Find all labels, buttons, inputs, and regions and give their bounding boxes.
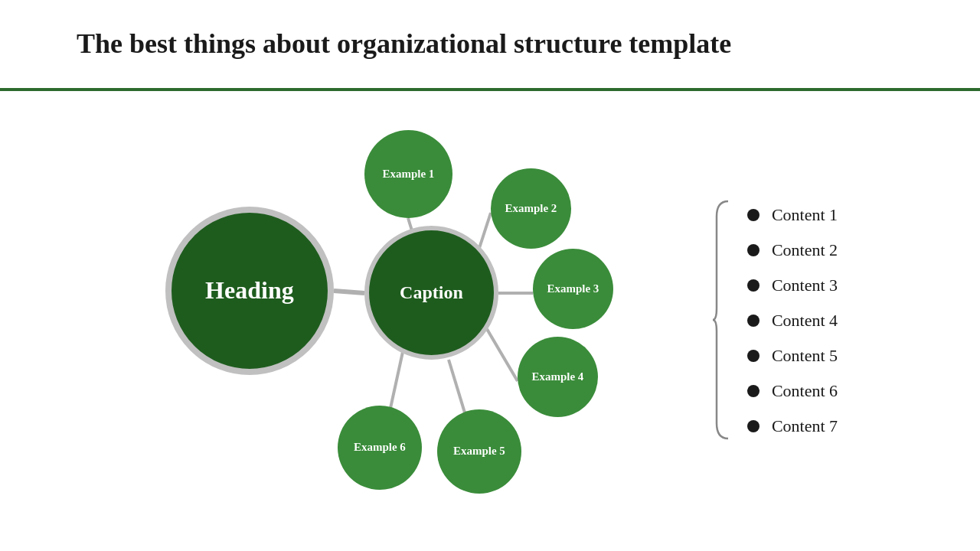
bullet-3 [747, 279, 760, 292]
list-item: Content 5 [747, 338, 838, 373]
example-4-label: Example 4 [531, 370, 583, 383]
example-1-circle: Example 1 [364, 130, 452, 218]
example-3-circle: Example 3 [533, 249, 613, 329]
example-5-circle: Example 5 [437, 409, 521, 494]
list-item: Content 6 [747, 373, 838, 409]
example-2-circle: Example 2 [491, 168, 571, 249]
svg-line-7 [487, 329, 518, 381]
caption-circle: Caption [364, 226, 498, 360]
content-list: Content 1 Content 2 Content 3 Content 4 … [732, 197, 838, 445]
heading-label: Heading [205, 276, 294, 305]
list-item: Content 4 [747, 303, 838, 338]
bullet-1 [747, 209, 760, 221]
example-1-label: Example 1 [382, 168, 434, 181]
brace-decoration [709, 197, 732, 445]
example-4-circle: Example 4 [518, 337, 598, 417]
content-2-text: Content 2 [772, 240, 838, 260]
list-item: Content 1 [747, 197, 838, 233]
example-6-label: Example 6 [354, 441, 406, 454]
content-4-text: Content 4 [772, 311, 838, 331]
example-6-circle: Example 6 [338, 406, 422, 490]
page-title: The best things about organizational str… [77, 28, 731, 60]
content-1-text: Content 1 [772, 205, 838, 225]
caption-label: Caption [400, 282, 463, 303]
list-item: Content 3 [747, 268, 838, 303]
header: The best things about organizational str… [0, 0, 980, 88]
example-2-label: Example 2 [505, 202, 557, 215]
bullet-5 [747, 350, 760, 362]
example-3-label: Example 3 [547, 282, 599, 295]
content-6-text: Content 6 [772, 381, 838, 401]
content-7-text: Content 7 [772, 416, 838, 436]
bullet-6 [747, 385, 760, 397]
bullet-7 [747, 420, 760, 432]
main-content: Heading Caption Example 1 Example 2 Exam… [0, 91, 980, 551]
svg-line-3 [334, 291, 364, 293]
content-section: Content 1 Content 2 Content 3 Content 4 … [709, 197, 838, 445]
content-3-text: Content 3 [772, 276, 838, 295]
bullet-2 [747, 244, 760, 256]
bullet-4 [747, 315, 760, 327]
list-item: Content 2 [747, 233, 838, 268]
org-diagram: Heading Caption Example 1 Example 2 Exam… [142, 107, 678, 536]
heading-circle: Heading [165, 207, 334, 375]
example-5-label: Example 5 [453, 445, 505, 458]
list-item: Content 7 [747, 409, 838, 444]
content-5-text: Content 5 [772, 346, 838, 366]
